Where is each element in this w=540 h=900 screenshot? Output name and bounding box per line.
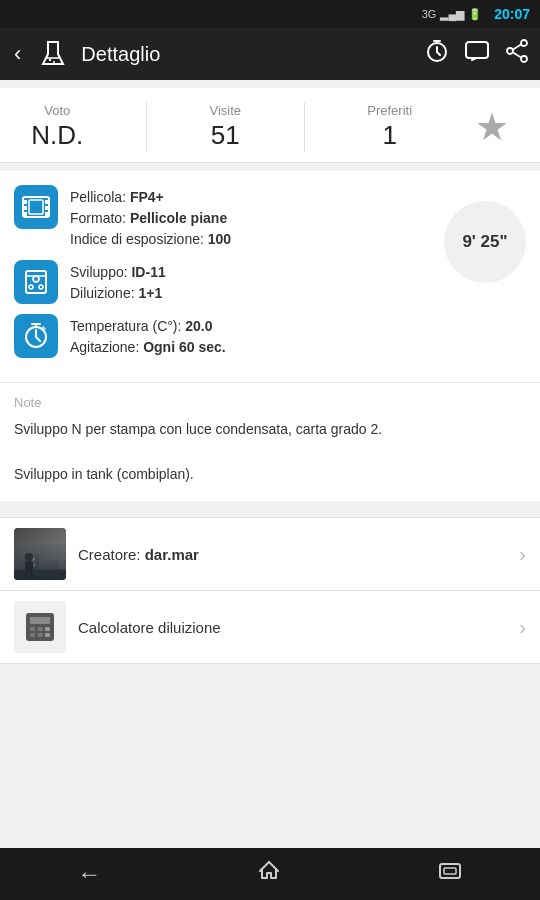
timer-value: 9' 25" bbox=[462, 232, 507, 252]
svg-rect-27 bbox=[27, 564, 30, 567]
svg-rect-42 bbox=[444, 868, 456, 874]
svg-rect-30 bbox=[25, 561, 33, 573]
film-icon bbox=[14, 185, 58, 229]
developer-icon bbox=[14, 260, 58, 304]
creator-text: Creatore: dar.mar bbox=[78, 546, 507, 563]
svg-point-6 bbox=[507, 48, 513, 54]
svg-rect-28 bbox=[32, 564, 35, 567]
svg-point-1 bbox=[53, 61, 55, 63]
svg-rect-41 bbox=[440, 864, 460, 878]
svg-rect-31 bbox=[23, 573, 27, 578]
svg-rect-12 bbox=[23, 212, 27, 216]
creator-row[interactable]: Creatore: dar.mar › bbox=[0, 518, 540, 591]
notes-card: Note Sviluppo N per stampa con luce cond… bbox=[0, 383, 540, 501]
status-icons: 3G ▂▄▆ 🔋 bbox=[422, 8, 482, 21]
svg-line-7 bbox=[513, 45, 521, 50]
app-logo bbox=[35, 36, 71, 72]
stat-voto: Voto N.D. bbox=[31, 103, 83, 151]
svg-rect-14 bbox=[45, 206, 49, 210]
svg-rect-40 bbox=[45, 633, 50, 637]
share-action-icon[interactable] bbox=[504, 38, 530, 70]
visite-value: 51 bbox=[211, 120, 240, 151]
notes-label: Note bbox=[14, 395, 526, 410]
temperature-row: Temperatura (C°): 20.0 Agitazione: Ogni … bbox=[14, 314, 426, 358]
developer-info-text: Sviluppo: ID-11 Diluizione: 1+1 bbox=[70, 260, 426, 304]
comment-action-icon[interactable] bbox=[464, 38, 490, 70]
gap-1 bbox=[0, 501, 540, 509]
svg-rect-38 bbox=[30, 633, 35, 637]
bottom-home-button[interactable] bbox=[236, 850, 302, 898]
creator-thumbnail bbox=[14, 528, 66, 580]
battery-icon: 🔋 bbox=[468, 8, 482, 21]
timer-action-icon[interactable] bbox=[424, 38, 450, 70]
developer-row: Sviluppo: ID-11 Diluizione: 1+1 bbox=[14, 260, 426, 304]
svg-rect-10 bbox=[23, 200, 27, 204]
svg-rect-34 bbox=[30, 617, 50, 624]
calculator-row[interactable]: Calcolatore diluizione › bbox=[0, 591, 540, 663]
preferiti-value: 1 bbox=[382, 120, 396, 151]
svg-rect-22 bbox=[24, 555, 39, 580]
notes-content: Sviluppo N per stampa con luce condensat… bbox=[14, 418, 526, 485]
stat-preferiti: Preferiti 1 bbox=[367, 103, 412, 151]
svg-point-20 bbox=[39, 285, 43, 289]
temperature-icon bbox=[14, 314, 58, 358]
link-card: Creatore: dar.mar › Calcolatore diluizio… bbox=[0, 517, 540, 664]
top-nav: ‹ Dettaglio bbox=[0, 28, 540, 80]
stat-visite: Visite 51 bbox=[209, 103, 241, 151]
film-info-text: Pellicola: FP4+ Formato: Pellicole piane… bbox=[70, 185, 426, 250]
svg-rect-36 bbox=[38, 627, 43, 631]
voto-value: N.D. bbox=[31, 120, 83, 151]
svg-point-5 bbox=[521, 56, 527, 62]
status-time: 20:07 bbox=[494, 6, 530, 22]
svg-rect-25 bbox=[27, 558, 30, 561]
temperature-info-text: Temperatura (C°): 20.0 Agitazione: Ogni … bbox=[70, 314, 426, 358]
svg-rect-39 bbox=[38, 633, 43, 637]
page-title: Dettaglio bbox=[81, 43, 414, 66]
bottom-nav: ← bbox=[0, 848, 540, 900]
svg-rect-11 bbox=[23, 206, 27, 210]
svg-rect-37 bbox=[45, 627, 50, 631]
svg-point-18 bbox=[33, 276, 39, 282]
svg-rect-15 bbox=[45, 212, 49, 216]
stat-divider-2 bbox=[304, 102, 305, 152]
svg-point-4 bbox=[521, 40, 527, 46]
svg-rect-3 bbox=[466, 42, 488, 58]
signal-bars: ▂▄▆ bbox=[440, 8, 464, 21]
svg-rect-32 bbox=[31, 573, 35, 578]
svg-rect-35 bbox=[30, 627, 35, 631]
svg-rect-13 bbox=[45, 200, 49, 204]
svg-point-19 bbox=[29, 285, 33, 289]
calculator-chevron-icon: › bbox=[519, 616, 526, 639]
svg-rect-16 bbox=[29, 200, 43, 214]
calculator-icon-box bbox=[14, 601, 66, 653]
notes-paragraph-2: Sviluppo in tank (combiplan). bbox=[14, 463, 526, 485]
svg-rect-26 bbox=[32, 558, 35, 561]
main-info-card: 9' 25" Pellicola: FP4+ Formato: Pellicol bbox=[0, 171, 540, 382]
svg-rect-23 bbox=[41, 562, 59, 580]
svg-line-8 bbox=[513, 53, 521, 58]
info-rows: Pellicola: FP4+ Formato: Pellicole piane… bbox=[14, 185, 526, 358]
calculator-text: Calcolatore diluizione bbox=[78, 619, 507, 636]
stats-card: Voto N.D. Visite 51 Preferiti 1 ★ bbox=[0, 88, 540, 163]
bottom-back-button[interactable]: ← bbox=[57, 852, 121, 896]
favorite-star-icon[interactable]: ★ bbox=[475, 105, 509, 149]
svg-point-29 bbox=[25, 553, 33, 561]
status-bar: 3G ▂▄▆ 🔋 20:07 bbox=[0, 0, 540, 28]
preferiti-label: Preferiti bbox=[367, 103, 412, 118]
svg-point-0 bbox=[49, 59, 51, 61]
film-row: Pellicola: FP4+ Formato: Pellicole piane… bbox=[14, 185, 426, 250]
creator-chevron-icon: › bbox=[519, 543, 526, 566]
svg-rect-24 bbox=[14, 570, 66, 580]
nav-actions bbox=[424, 38, 530, 70]
visite-label: Visite bbox=[209, 103, 241, 118]
notes-paragraph-1: Sviluppo N per stampa con luce condensat… bbox=[14, 418, 526, 440]
voto-label: Voto bbox=[44, 103, 70, 118]
stat-divider-1 bbox=[146, 102, 147, 152]
signal-icon: 3G bbox=[422, 8, 437, 20]
timer-bubble: 9' 25" bbox=[444, 201, 526, 283]
nav-back-button[interactable]: ‹ bbox=[10, 37, 25, 71]
bottom-recent-button[interactable] bbox=[417, 850, 483, 898]
